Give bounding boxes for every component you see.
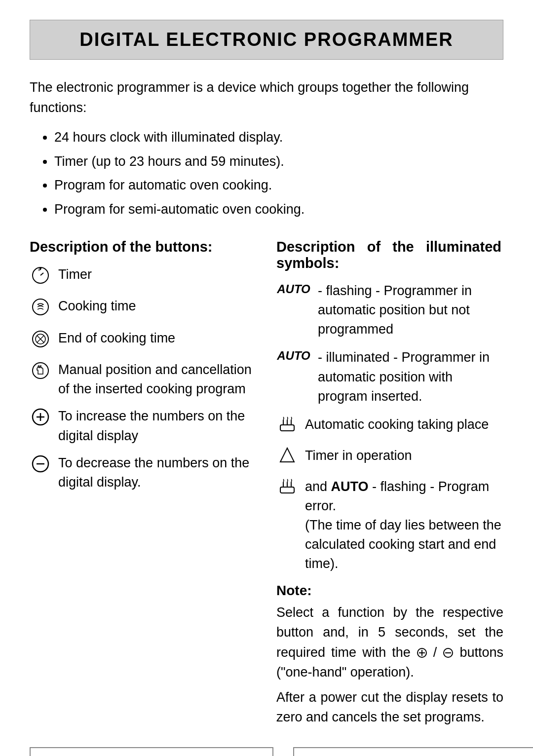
svg-text:ä: ä — [38, 267, 40, 272]
bullet-list: 24 hours clock with illuminated display.… — [54, 127, 503, 219]
button-row-timer: ä Timer — [30, 265, 257, 289]
increase-desc: To increase the numbers on the digital d… — [58, 407, 257, 445]
note-text-2: After a power cut the display resets to … — [276, 687, 503, 727]
timer-desc: Timer — [58, 265, 92, 284]
right-column: Description of the illuminated symbols: … — [276, 239, 503, 727]
button-row-decrease: To decrease the numbers on the digital d… — [30, 454, 257, 492]
cooking-time-icon — [30, 298, 51, 320]
left-column-title: Description of the buttons: — [30, 239, 257, 255]
decrease-desc: To decrease the numbers on the digital d… — [58, 454, 257, 492]
intro-text: The electronic programmer is a device wh… — [30, 77, 503, 117]
manual-desc: Manual position and cancellation of the … — [58, 360, 257, 399]
svg-rect-16 — [280, 425, 294, 431]
right-column-title: Description of the illuminated symbols: — [276, 239, 503, 271]
prog-error-desc: and AUTO - flashing - Program error.(The… — [305, 477, 503, 574]
svg-point-5 — [33, 299, 48, 315]
illum-row-timer-op: Timer in operation — [276, 446, 503, 468]
illum-row-prog-error: and AUTO - flashing - Program error.(The… — [276, 477, 503, 574]
bullet-item: Program for automatic oven cooking. — [54, 175, 503, 195]
figure-16-box: 15 : 38 ä — [293, 747, 533, 756]
svg-rect-21 — [280, 487, 294, 493]
end-cooking-desc: End of cooking time — [58, 329, 175, 348]
timer-op-icon — [276, 447, 298, 468]
page-title: DIGITAL ELECTRONIC PROGRAMMER — [40, 29, 493, 50]
figure-15-box: AUTO 20 : 38 ä — [30, 747, 273, 756]
figures-row: AUTO 20 : 38 ä — [30, 747, 503, 756]
auto-cook-desc: Automatic cooking taking place — [305, 415, 489, 434]
timer-icon: ä — [30, 266, 51, 289]
left-column: Description of the buttons: ä Timer — [30, 239, 257, 727]
two-columns: Description of the buttons: ä Timer — [30, 239, 503, 727]
cooking-time-desc: Cooking time — [58, 297, 136, 316]
svg-point-10 — [33, 363, 48, 378]
note-title: Note: — [276, 583, 503, 599]
auto-illum-label: AUTO — [276, 349, 311, 363]
note-text-1: Select a function by the respective butt… — [276, 603, 503, 682]
timer-op-desc: Timer in operation — [305, 446, 412, 465]
end-cooking-icon — [30, 330, 51, 352]
increase-icon — [30, 408, 51, 430]
illum-row-auto-illum: AUTO - illuminated - Programmer in autom… — [276, 348, 503, 406]
auto-flash-desc: - flashing - Programmer in automatic pos… — [318, 281, 503, 339]
illum-row-auto-cook: Automatic cooking taking place — [276, 415, 503, 437]
page-container: DIGITAL ELECTRONIC PROGRAMMER The electr… — [30, 20, 503, 756]
button-row-manual: Manual position and cancellation of the … — [30, 360, 257, 399]
manual-icon — [30, 361, 51, 384]
button-row-end-cooking: End of cooking time — [30, 329, 257, 352]
svg-line-2 — [40, 273, 43, 275]
button-row-increase: To increase the numbers on the digital d… — [30, 407, 257, 445]
auto-illum-desc: - illuminated - Programmer in automatic … — [318, 348, 503, 406]
prog-error-icon — [276, 478, 298, 499]
svg-marker-20 — [280, 448, 294, 462]
illum-row-auto-flash: AUTO - flashing - Programmer in automati… — [276, 281, 503, 339]
button-row-cooking-time: Cooking time — [30, 297, 257, 320]
bullet-item: 24 hours clock with illuminated display. — [54, 127, 503, 148]
auto-flash-label: AUTO — [276, 282, 311, 296]
bullet-item: Timer (up to 23 hours and 59 minutes). — [54, 151, 503, 172]
note-section: Note: Select a function by the respectiv… — [276, 583, 503, 727]
auto-cook-icon — [276, 416, 298, 437]
bullet-item: Program for semi-automatic oven cooking. — [54, 199, 503, 220]
decrease-icon — [30, 454, 51, 477]
page-title-box: DIGITAL ELECTRONIC PROGRAMMER — [30, 20, 503, 60]
